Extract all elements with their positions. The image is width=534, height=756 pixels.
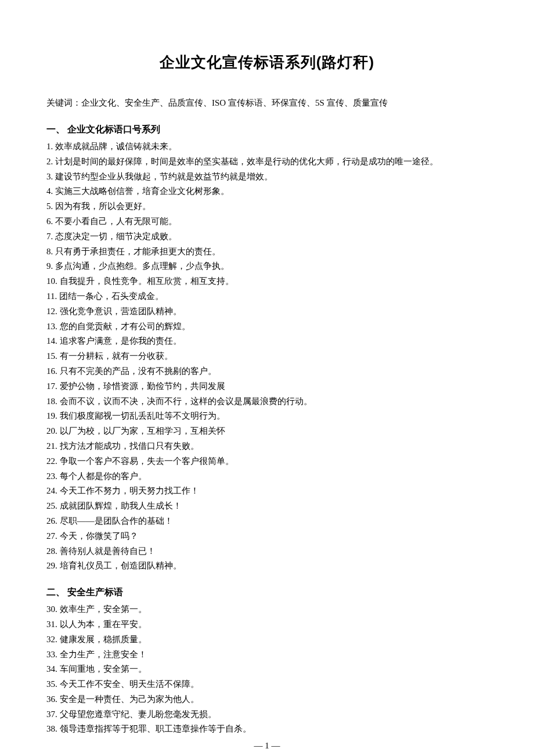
- list-item: 29. 培育礼仪员工，创造团队精神。: [46, 559, 488, 574]
- page-number: — 1 —: [0, 741, 534, 751]
- section-1-header: 一、 企业文化标语口号系列: [46, 124, 488, 136]
- list-item: 10. 自我提升，良性竞争。相互欣赏，相互支持。: [46, 274, 488, 289]
- list-item: 19. 我们极度鄙视一切乱丢乱吐等不文明行为。: [46, 409, 488, 424]
- list-item: 18. 会而不议，议而不决，决而不行，这样的会议是属最浪费的行动。: [46, 394, 488, 409]
- list-item: 25. 成就团队辉煌，助我人生成长！: [46, 499, 488, 514]
- list-item: 28. 善待别人就是善待自已！: [46, 544, 488, 559]
- list-item: 26. 尽职——是团队合作的基础！: [46, 514, 488, 529]
- list-item: 3. 建设节约型企业从我做起，节约就是效益节约就是增效。: [46, 170, 488, 185]
- list-item: 33. 全力生产，注意安全！: [46, 647, 488, 663]
- list-item: 12. 强化竞争意识，营造团队精神。: [46, 304, 488, 319]
- list-item: 20. 以厂为校，以厂为家，互相学习，互相关怀: [46, 424, 488, 439]
- list-item: 15. 有一分耕耘，就有一分收获。: [46, 349, 488, 364]
- section-1: 一、 企业文化标语口号系列 1. 效率成就品牌，诚信铸就未来。 2. 计划是时间…: [46, 124, 488, 574]
- document-page: 企业文化宣传标语系列(路灯秆) 关键词：企业文化、安全生产、品质宣传、ISO 宣…: [0, 0, 534, 756]
- list-item: 16. 只有不完美的产品，没有不挑剔的客户。: [46, 364, 488, 379]
- list-item: 27. 今天，你微笑了吗？: [46, 529, 488, 544]
- section-2-header: 二、 安全生产标语: [46, 586, 488, 599]
- list-item: 11. 团结一条心，石头变成金。: [46, 289, 488, 304]
- document-title: 企业文化宣传标语系列(路灯秆): [46, 52, 488, 73]
- list-item: 4. 实施三大战略创信誉，培育企业文化树形象。: [46, 184, 488, 199]
- keywords-line: 关键词：企业文化、安全生产、品质宣传、ISO 宣传标语、环保宣传、5S 宣传、质…: [46, 96, 488, 110]
- list-item: 8. 只有勇于承担责任，才能承担更大的责任。: [46, 244, 488, 260]
- list-item: 22. 争取一个客户不容易，失去一个客户很简单。: [46, 454, 488, 469]
- list-item: 14. 追求客户满意，是你我的责任。: [46, 334, 488, 349]
- list-item: 1. 效率成就品牌，诚信铸就未来。: [46, 139, 488, 154]
- list-item: 21. 找方法才能成功，找借口只有失败。: [46, 439, 488, 454]
- list-item: 30. 效率生产，安全第一。: [46, 602, 488, 617]
- list-item: 24. 今天工作不努力，明天努力找工作！: [46, 484, 488, 499]
- list-item: 36. 安全是一种责任、为己为家为他人。: [46, 692, 488, 707]
- list-item: 32. 健康发展，稳抓质量。: [46, 632, 488, 647]
- list-item: 17. 爱护公物，珍惜资源，勤俭节约，共同发展: [46, 379, 488, 394]
- list-item: 7. 态度决定一切，细节决定成败。: [46, 229, 488, 244]
- list-item: 13. 您的自觉贡献，才有公司的辉煌。: [46, 319, 488, 334]
- section-2: 二、 安全生产标语 30. 效率生产，安全第一。 31. 以人为本，重在平安。 …: [46, 586, 488, 737]
- list-item: 9. 多点沟通，少点抱怨。多点理解，少点争执。: [46, 259, 488, 274]
- list-item: 34. 车间重地，安全第一。: [46, 662, 488, 677]
- list-item: 5. 因为有我，所以会更好。: [46, 199, 488, 214]
- list-item: 23. 每个人都是你的客户。: [46, 469, 488, 484]
- list-item: 31. 以人为本，重在平安。: [46, 617, 488, 632]
- list-item: 35. 今天工作不安全、明天生活不保障。: [46, 677, 488, 692]
- list-item: 38. 领导违章指挥等于犯罪、职工违章操作等于自杀。: [46, 722, 488, 737]
- list-item: 37. 父母望您遵章守纪、妻儿盼您毫发无损。: [46, 707, 488, 722]
- list-item: 6. 不要小看自己，人有无限可能。: [46, 214, 488, 229]
- list-item: 2. 计划是时间的最好保障，时间是效率的坚实基础，效率是行动的优化大师，行动是成…: [46, 154, 488, 170]
